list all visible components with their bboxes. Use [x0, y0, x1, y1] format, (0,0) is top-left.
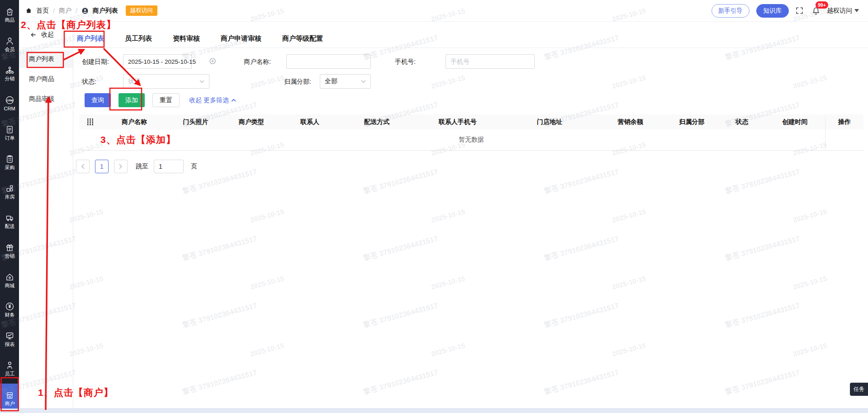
create-date-value: 2025-10-15 - 2025-10-15: [128, 58, 196, 65]
chevron-up-icon: [231, 99, 236, 102]
phone-label: 手机号:: [395, 58, 416, 66]
column-header-actions: 操作: [825, 118, 863, 126]
sidebar-item-label: 商品: [5, 18, 14, 23]
breadcrumb-section[interactable]: 商户: [59, 7, 71, 15]
jump-to-label: 跳至: [136, 162, 148, 171]
column-header: 配送方式: [341, 118, 413, 126]
submenu-item-goods-review[interactable]: 商品审核: [19, 90, 73, 108]
reset-button[interactable]: 重置: [152, 93, 180, 107]
merchant-name-field: [286, 54, 371, 69]
override-access-badge: 越权访问: [126, 5, 157, 16]
main-sidebar: 商品 会员 分销 CRM CRM 订单 采购 库房 配送 营销 商城 ¥ 财务: [0, 0, 19, 413]
fullscreen-icon[interactable]: [796, 7, 803, 14]
svg-text:CRM: CRM: [6, 98, 13, 101]
add-button[interactable]: 添加: [119, 93, 145, 107]
page-number-button[interactable]: 1: [95, 160, 109, 173]
sidebar-item-marketing[interactable]: 营销: [0, 236, 19, 266]
phone-input[interactable]: [451, 58, 530, 65]
annotation-step-1: 1、点击【商户】: [38, 386, 114, 399]
merchant-name-input[interactable]: [291, 58, 366, 65]
sidebar-item-label: 订单: [5, 136, 14, 141]
merchant-table: 商户名称 门头照片 商户类型 联系人 配送方式 联系人手机号 门店地址 营销余额…: [79, 114, 863, 151]
collapse-more-filters-label: 收起 更多筛选: [189, 96, 229, 104]
tab-bar: 商户列表 员工列表 资料审核 商户申请审核 商户等级配置: [73, 30, 868, 48]
actions-column-divider: [825, 114, 825, 151]
sidebar-item-label: CRM: [4, 106, 15, 111]
sidebar-item-label: 会员: [5, 47, 14, 52]
main-content: 商户列表 员工列表 资料审核 商户申请审核 商户等级配置 创建日期: 2025-…: [73, 22, 868, 408]
chevron-down-icon: [199, 80, 204, 83]
task-tab[interactable]: 任务: [850, 383, 868, 396]
tab-profile-review[interactable]: 资料审核: [173, 34, 200, 43]
pagination: 1 跳至 页: [76, 160, 197, 173]
status-select[interactable]: 状态: [123, 74, 209, 89]
account-menu[interactable]: 越权访问: [827, 7, 859, 15]
sidebar-item-staff[interactable]: 员工: [0, 354, 19, 384]
crm-icon: CRM: [5, 95, 14, 105]
create-date-label: 创建日期:: [82, 58, 109, 66]
topbar: 首页 / 商户 / 商户列表 越权访问 新手引导 知识库 99+ 越权访问: [19, 0, 868, 22]
arrow-left-icon: [30, 32, 37, 38]
clipboard-icon: [5, 154, 14, 164]
column-header: 营销余额: [597, 118, 664, 126]
gift-icon: [5, 243, 14, 252]
annotation-step-3: 3、点击【添加】: [100, 133, 176, 146]
query-button[interactable]: 查询: [85, 93, 111, 107]
warehouse-icon: [5, 184, 14, 193]
empty-data-text: 暂无数据: [459, 136, 484, 144]
sidebar-item-crm[interactable]: CRM CRM: [0, 89, 19, 118]
branch-value: 全部: [325, 77, 357, 85]
sidebar-item-label: 商户: [5, 401, 14, 406]
jump-to-page-input[interactable]: [154, 160, 184, 173]
network-icon: [5, 66, 14, 75]
breadcrumb: 首页 / 商户 / 商户列表 越权访问: [25, 5, 157, 16]
column-header: 创建时间: [764, 118, 825, 126]
sidebar-item-mall[interactable]: 商城: [0, 266, 19, 295]
sidebar-item-reports[interactable]: 报表: [0, 324, 19, 354]
sidebar-item-purchase[interactable]: 采购: [0, 147, 19, 177]
submenu-item-merchant-goods[interactable]: 商户商品: [19, 71, 73, 88]
sidebar-item-goods[interactable]: 商品: [0, 0, 19, 29]
tab-merchant-list[interactable]: 商户列表: [77, 34, 104, 43]
branch-select[interactable]: 全部: [320, 74, 371, 89]
breadcrumb-home[interactable]: 首页: [36, 7, 49, 15]
sidebar-item-label: 配送: [5, 224, 14, 229]
sidebar-item-label: 员工: [5, 372, 14, 377]
breadcrumb-separator: /: [53, 7, 55, 14]
sidebar-item-warehouse[interactable]: 库房: [0, 177, 19, 206]
sidebar-item-orders[interactable]: 订单: [0, 118, 19, 147]
sidebar-item-label: 商城: [5, 283, 14, 288]
window-bottom-edge: [0, 408, 868, 413]
chevron-left-icon: [81, 164, 85, 169]
column-header: 门店地址: [502, 118, 597, 126]
collapse-more-filters-link[interactable]: 收起 更多筛选: [189, 96, 236, 104]
svg-text:¥: ¥: [8, 304, 11, 309]
finance-icon: ¥: [5, 302, 14, 311]
create-date-range-picker[interactable]: 2025-10-15 - 2025-10-15: [123, 54, 192, 69]
notifications-button[interactable]: 99+: [812, 7, 820, 15]
sidebar-item-label: 报表: [5, 342, 14, 347]
chevron-right-icon: [119, 164, 123, 169]
column-header: 状态: [720, 118, 764, 126]
sidebar-item-label: 分销: [5, 77, 14, 82]
column-settings-icon[interactable]: [79, 119, 101, 125]
add-filter-icon[interactable]: [209, 57, 216, 66]
tab-merchant-level-config[interactable]: 商户等级配置: [282, 34, 323, 43]
sidebar-item-finance[interactable]: ¥ 财务: [0, 295, 19, 324]
tab-employee-list[interactable]: 员工列表: [125, 34, 152, 43]
sidebar-item-members[interactable]: 会员: [0, 29, 19, 59]
column-header: 商户名称: [101, 118, 168, 126]
prev-page-button[interactable]: [76, 160, 90, 173]
sidebar-item-delivery[interactable]: 配送: [0, 207, 19, 236]
tab-merchant-application-review[interactable]: 商户申请审核: [221, 34, 261, 43]
sidebar-item-label: 营销: [5, 254, 14, 259]
sidebar-item-distribution[interactable]: 分销: [0, 59, 19, 88]
action-button-row: 查询 添加 重置 收起 更多筛选: [85, 93, 236, 107]
newbie-guide-button[interactable]: 新手引导: [711, 4, 749, 18]
chevron-down-icon: [361, 80, 366, 83]
branch-label: 归属分部:: [284, 78, 311, 86]
table-header-row: 商户名称 门头照片 商户类型 联系人 配送方式 联系人手机号 门店地址 营销余额…: [79, 114, 863, 129]
submenu-item-merchant-list[interactable]: 商户列表: [19, 51, 73, 68]
knowledge-base-button[interactable]: 知识库: [756, 4, 789, 18]
next-page-button[interactable]: [114, 160, 128, 173]
